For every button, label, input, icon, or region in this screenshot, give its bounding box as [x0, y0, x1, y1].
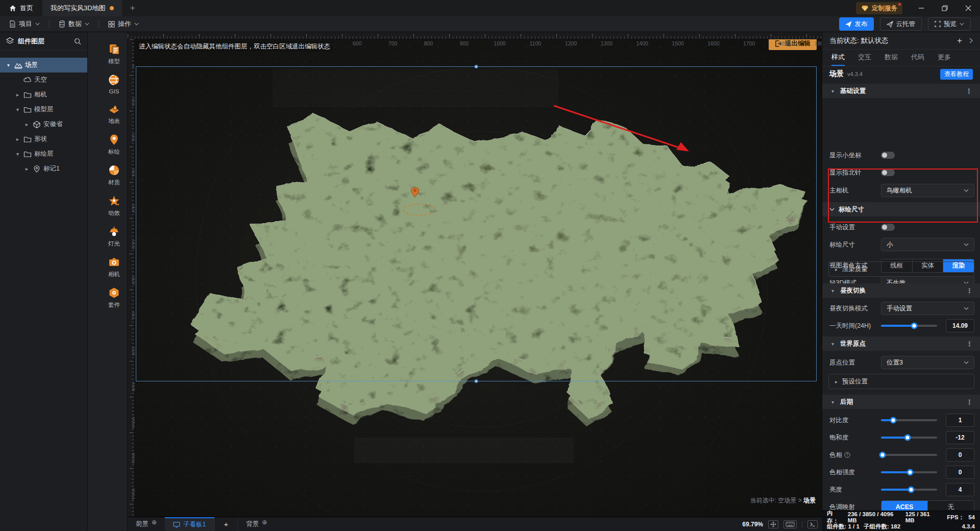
hue-strength-slider[interactable] [881, 471, 937, 473]
selection-handle-bottom[interactable] [475, 379, 478, 383]
caret-open-icon[interactable]: ▾ [5, 62, 12, 68]
rail-item-套件[interactable]: 套件 [108, 287, 120, 309]
tab-code[interactable]: 代码 [911, 50, 924, 66]
exit-edit-button[interactable]: 退出编辑 [769, 39, 817, 50]
tree-item-形状[interactable]: ▸形状 [0, 132, 87, 147]
rail-item-相机[interactable]: 相机 [108, 256, 120, 278]
board-icon [173, 522, 180, 528]
tree-item-安徽省[interactable]: ▸安徽省 [0, 117, 87, 132]
folder-icon [23, 150, 32, 158]
caret-closed-icon[interactable]: ▸ [14, 92, 21, 98]
more-menu-icon[interactable]: ⋮ [966, 287, 973, 295]
home-button[interactable]: 首页 [0, 0, 42, 16]
add-circle-icon[interactable]: ⊕ [152, 519, 157, 526]
caret-closed-icon[interactable]: ▸ [14, 136, 21, 142]
origin-pos-select[interactable]: 位置3 [881, 356, 974, 369]
tab-style[interactable]: 样式 [831, 50, 845, 66]
row-brightness: 亮度 4 [822, 481, 980, 498]
tree-item-标绘层[interactable]: ▾标绘层 [0, 147, 87, 161]
daynight-mode-select[interactable]: 手动设置 [881, 302, 974, 315]
menu-operate[interactable]: 操作 [99, 16, 148, 32]
custom-service-button[interactable]: 定制服务 [856, 2, 902, 14]
saturation-value[interactable]: -12 [946, 431, 974, 444]
new-tab-button[interactable]: + [122, 0, 143, 16]
tree-item-模型层[interactable]: ▾模型层 [0, 102, 87, 117]
caret-closed-icon[interactable]: ▸ [23, 166, 30, 172]
subsection-plot-size[interactable]: 标绘尺寸 [822, 202, 980, 216]
caret-open-icon[interactable]: ▾ [14, 151, 21, 157]
menu-data[interactable]: 数据 [50, 16, 99, 32]
render-quality-collapse[interactable]: ▸ 渲染质量 [828, 261, 974, 277]
tab-subpanel[interactable]: 子看板1 [165, 517, 214, 531]
more-menu-icon[interactable]: ⋮ [966, 398, 973, 406]
brightness-value[interactable]: 4 [946, 483, 974, 496]
bottom-bar: 前景 ⊕ 子看板1 + 背景 ⊕ 69.79% [128, 517, 822, 531]
close-button[interactable] [957, 0, 980, 16]
publish-button[interactable]: 发布 [839, 17, 874, 31]
show-axis-toggle[interactable] [881, 152, 895, 159]
caret-closed-icon[interactable]: ▸ [23, 122, 30, 127]
tree-item-标记1[interactable]: ▸标记1 [0, 161, 87, 176]
selection-handle-top[interactable] [475, 65, 478, 68]
section-post[interactable]: ▾ 后期 ⋮ [822, 395, 980, 409]
tab-interaction[interactable]: 交互 [858, 50, 871, 66]
chevron-right-icon[interactable] [969, 38, 973, 43]
more-menu-icon[interactable]: ⋮ [966, 87, 973, 95]
rail-item-标绘[interactable]: 标绘 [108, 134, 120, 156]
selection-rect[interactable] [136, 66, 817, 381]
preview-button[interactable]: 预览 [928, 17, 971, 31]
hue-strength-value[interactable]: 0 [946, 466, 974, 479]
current-selection-hint: 当前选中: 空场景 > 场景 [750, 496, 816, 505]
zoom-level[interactable]: 69.79% [742, 521, 763, 528]
main-camera-select[interactable]: 鸟瞰相机 [881, 184, 974, 197]
document-tab[interactable]: 我的写实风3D地图 [42, 0, 122, 16]
cloud-host-button[interactable]: 云托管 [880, 17, 922, 31]
terminal-icon[interactable] [807, 520, 818, 528]
day-time-slider[interactable] [881, 325, 937, 327]
brightness-slider[interactable] [881, 489, 937, 491]
tutorial-button[interactable]: 查看教程 [940, 69, 973, 80]
contrast-value[interactable]: 1 [946, 414, 974, 427]
section-daynight[interactable]: ▾ 昼夜切换 ⋮ [822, 283, 980, 298]
rail-item-地表[interactable]: 地表 [108, 103, 120, 125]
add-state-button[interactable]: + [957, 36, 962, 46]
preview-label: 预览 [944, 20, 957, 29]
keyboard-icon[interactable] [783, 520, 797, 528]
manual-setting-toggle[interactable] [881, 224, 895, 231]
rail-item-材质[interactable]: 材质 [108, 164, 120, 186]
section-basic[interactable]: ▾ 基础设置 ⋮ [822, 84, 980, 98]
add-panel-button[interactable]: + [214, 517, 238, 531]
search-icon[interactable] [74, 38, 81, 45]
add-circle-icon[interactable]: ⊕ [262, 519, 267, 526]
hue-slider[interactable] [881, 454, 937, 456]
menu-project[interactable]: 项目 [0, 16, 49, 32]
day-time-value[interactable]: 14.09 [946, 319, 974, 332]
main-camera-label: 主相机 [829, 186, 849, 195]
fit-view-icon[interactable] [768, 520, 778, 528]
tab-foreground[interactable]: 前景 ⊕ [128, 517, 165, 531]
tab-more[interactable]: 更多 [938, 50, 951, 66]
show-compass-toggle[interactable] [881, 169, 895, 176]
minimize-button[interactable] [910, 0, 933, 16]
hue-value[interactable]: 0 [946, 448, 974, 462]
section-origin[interactable]: ▾ 世界原点 ⋮ [822, 336, 980, 351]
plot-size-select[interactable]: 小 [881, 238, 974, 251]
tree-item-场景[interactable]: ▾场景 [0, 58, 87, 73]
scene-viewport[interactable]: 进入编辑状态会自动隐藏其他组件图层，双击空白区域退出编辑状态 退出编辑 当前选中… [135, 39, 822, 517]
contrast-slider[interactable] [881, 419, 937, 421]
tree-item-天空[interactable]: 天空 [0, 73, 87, 87]
more-menu-icon[interactable]: ⋮ [966, 340, 973, 348]
tab-background[interactable]: 背景 ⊕ [238, 517, 275, 531]
help-icon[interactable] [844, 452, 850, 458]
rail-item-动效[interactable]: 动效 [108, 195, 120, 217]
rail-item-GIS[interactable]: GIS [108, 74, 120, 94]
camera-icon [108, 256, 120, 268]
rail-item-灯光[interactable]: 灯光 [108, 226, 120, 248]
tab-data[interactable]: 数据 [885, 50, 898, 66]
preset-pos-collapse[interactable]: ▸ 预设位置 [828, 374, 974, 389]
caret-open-icon[interactable]: ▾ [14, 107, 21, 112]
saturation-slider[interactable] [881, 437, 937, 439]
rail-item-模型[interactable]: 模型 [108, 43, 120, 65]
restore-button[interactable] [933, 0, 957, 16]
tree-item-相机[interactable]: ▸相机 [0, 87, 87, 102]
